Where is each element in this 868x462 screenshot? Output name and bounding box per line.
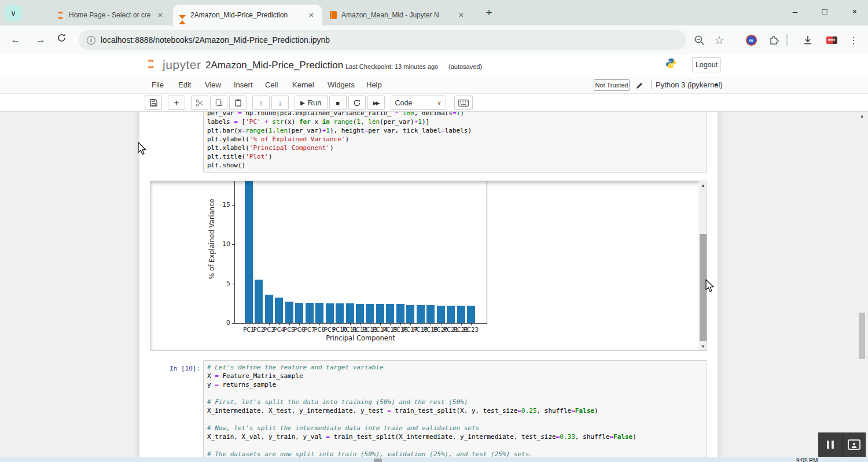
- code-line: plt.xlabel('Principal Component'): [207, 144, 703, 152]
- command-palette-button[interactable]: [454, 96, 473, 110]
- site-info-icon[interactable]: i: [87, 36, 95, 45]
- code-line: # First, let's split the data into train…: [207, 398, 703, 406]
- taskbar-sliver: 9:05 PM: [0, 457, 868, 462]
- bar-PC6: [295, 303, 303, 323]
- bar-PC3: [265, 295, 273, 323]
- page-scrollbar-thumb[interactable]: [859, 313, 865, 359]
- webcam-pip-button[interactable]: [842, 432, 866, 457]
- tab-search-button[interactable]: ∨: [5, 5, 22, 21]
- menu-insert[interactable]: Insert: [234, 80, 253, 89]
- menu-widgets[interactable]: Widgets: [328, 80, 355, 89]
- puzzle-icon: [769, 35, 779, 45]
- tab-amazon-mean-mid[interactable]: Amazon_Mean_Mid - Jupyter N ×: [324, 5, 472, 25]
- output-scroll-area: % of Explained Variance Principal Compon…: [150, 181, 707, 351]
- bar-PC4: [275, 298, 283, 323]
- menu-file[interactable]: File: [152, 80, 164, 89]
- interrupt-kernel-button[interactable]: ■: [329, 96, 347, 110]
- jupyter-ring-icon: [57, 12, 64, 19]
- y-tick-label: 10: [213, 240, 230, 248]
- code-line: plt.ylabel('% of Explained Variance'): [207, 135, 703, 144]
- code-editor: per_var = np.round(pca.explained_varianc…: [207, 112, 703, 170]
- minimize-button[interactable]: –: [782, 0, 808, 23]
- tab-title: Amazon_Mean_Mid - Jupyter N: [341, 11, 451, 19]
- mouse-cursor-recorded: [705, 279, 715, 295]
- star-icon: ☆: [714, 34, 724, 47]
- paste-cell-button[interactable]: [229, 96, 247, 110]
- bookmark-button[interactable]: ☆: [712, 33, 726, 47]
- browser-tabstrip: ∨ Home Page - Select or create a × 2Amaz…: [0, 0, 868, 25]
- x-tick-mark: [390, 324, 391, 325]
- mouse-cursor: [137, 142, 148, 158]
- zoom-button[interactable]: [692, 33, 706, 47]
- back-button[interactable]: ←: [8, 32, 24, 48]
- notebook-site: per_var = np.round(pca.explained_varianc…: [0, 112, 868, 457]
- plus-icon: +: [174, 98, 179, 108]
- cell-type-select[interactable]: Code ∨: [391, 96, 446, 110]
- close-icon[interactable]: ×: [456, 10, 466, 20]
- scroll-up-icon[interactable]: ▲: [858, 112, 866, 121]
- x-tick-label: PC5: [284, 327, 295, 333]
- x-tick-mark: [380, 324, 381, 325]
- code-cell-train-test-split[interactable]: # Let's define the feature and target va…: [203, 360, 707, 457]
- copy-icon: [215, 99, 223, 107]
- menu-kernel[interactable]: Kernel: [292, 80, 314, 89]
- download-icon: [803, 35, 813, 45]
- pause-button[interactable]: [818, 432, 842, 457]
- bar-PC20: [437, 306, 445, 323]
- code-cell-pca-plot[interactable]: per_var = np.round(pca.explained_varianc…: [203, 112, 707, 173]
- tab-mid-price-prediction[interactable]: 2Amazon_Mid-Price_Prediction ×: [173, 5, 322, 25]
- logout-button[interactable]: Logout: [692, 57, 721, 72]
- jupyter-logo-text[interactable]: jupyter: [163, 58, 201, 72]
- close-icon[interactable]: ×: [155, 10, 165, 20]
- extension-badge-button[interactable]: [825, 33, 838, 47]
- x-tick-mark: [340, 324, 340, 325]
- jupyter-toolbar: + ↑ ↓ ▶ Run ■ ▶▶: [0, 94, 868, 112]
- tab-home-page[interactable]: Home Page - Select or create a ×: [51, 5, 171, 25]
- not-trusted-button[interactable]: Not Trusted: [594, 79, 630, 91]
- divider: [786, 34, 788, 46]
- x-tick-label: PC23: [464, 327, 479, 333]
- forward-button[interactable]: →: [32, 32, 49, 48]
- output-scrollbar[interactable]: ▲ ▼: [698, 181, 707, 351]
- hourglass-icon: [179, 15, 186, 19]
- jupyter-logo-icon[interactable]: [146, 60, 155, 68]
- move-cell-up-button[interactable]: ↑: [252, 96, 270, 110]
- scroll-up-icon[interactable]: ▲: [698, 181, 707, 190]
- menu-help[interactable]: Help: [366, 80, 382, 89]
- close-icon[interactable]: ×: [306, 10, 317, 20]
- menu-edit[interactable]: Edit: [178, 80, 191, 89]
- reload-button[interactable]: [53, 32, 69, 48]
- save-button[interactable]: [145, 96, 162, 110]
- menu-view[interactable]: View: [205, 80, 221, 89]
- url-text: localhost:8888/notebooks/2Amazon_Mid-Pri…: [101, 35, 330, 45]
- browser-menu-button[interactable]: ⋮: [847, 33, 860, 47]
- move-cell-down-button[interactable]: ↓: [271, 96, 289, 110]
- restart-run-all-button[interactable]: ▶▶: [367, 96, 385, 110]
- code-line: # The datasets are now split into train …: [207, 450, 703, 457]
- url-bar[interactable]: i localhost:8888/notebooks/2Amazon_Mid-P…: [79, 30, 686, 50]
- restart-kernel-button[interactable]: [348, 96, 366, 110]
- code-line: [207, 389, 703, 398]
- page-scrollbar[interactable]: ▲ ▼: [858, 112, 866, 457]
- x-tick-mark: [370, 324, 370, 325]
- add-cell-button[interactable]: +: [168, 96, 185, 110]
- notebook-title[interactable]: 2Amazon_Mid-Price_Prediction: [205, 60, 343, 71]
- close-window-button[interactable]: ×: [841, 0, 868, 23]
- extensions-button[interactable]: [767, 33, 781, 47]
- menu-cell[interactable]: Cell: [265, 80, 278, 89]
- cell-prompt: In [10]:: [139, 365, 200, 372]
- downloads-button[interactable]: [801, 33, 815, 47]
- x-tick-mark: [319, 324, 320, 325]
- extension-infinity-button[interactable]: ∞: [744, 33, 758, 47]
- run-button[interactable]: ▶ Run: [295, 96, 328, 110]
- bar-PC7: [306, 303, 314, 323]
- new-tab-button[interactable]: +: [481, 7, 496, 20]
- bar-PC19: [426, 305, 435, 323]
- maximize-button[interactable]: □: [811, 0, 838, 23]
- scroll-down-icon[interactable]: ▼: [698, 342, 707, 351]
- cut-cell-button[interactable]: [191, 96, 208, 110]
- bar-PC18: [417, 305, 425, 323]
- bar-PC21: [447, 306, 455, 323]
- x-tick-mark: [421, 324, 421, 325]
- copy-cell-button[interactable]: [210, 96, 227, 110]
